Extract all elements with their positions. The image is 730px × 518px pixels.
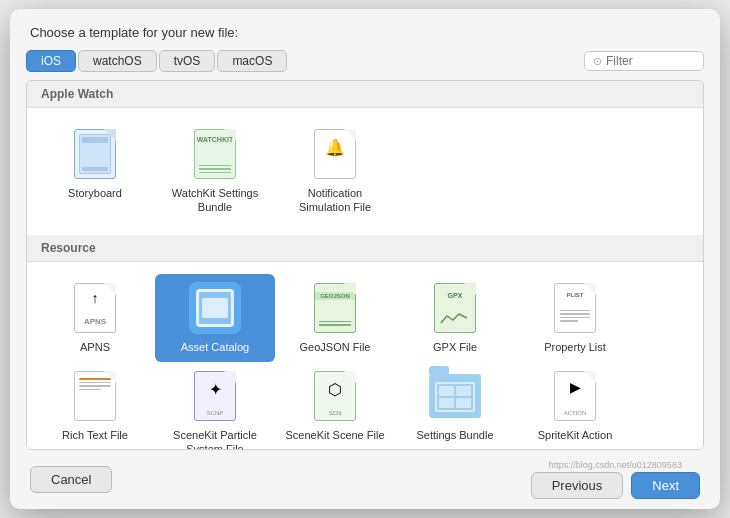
previous-button[interactable]: Previous: [531, 472, 624, 499]
asset-catalog-label: Asset Catalog: [181, 340, 249, 354]
scn-label: SceneKit Scene File: [285, 428, 384, 442]
item-scn[interactable]: ⬡ SCN SceneKit Scene File: [275, 362, 395, 450]
plist-icon: PLIST: [549, 282, 601, 334]
item-rich-text[interactable]: Rich Text File: [35, 362, 155, 450]
notif-sim-watch-icon: 🔔: [309, 128, 361, 180]
spritekit-action-icon: ▶ ACTION: [549, 370, 601, 422]
gpx-icon: GPX: [429, 282, 481, 334]
cancel-button[interactable]: Cancel: [30, 466, 112, 493]
tab-watchos[interactable]: watchOS: [78, 50, 157, 72]
header-text: Choose a template for your new file:: [30, 25, 238, 40]
item-asset-catalog[interactable]: Asset Catalog: [155, 274, 275, 362]
new-file-dialog: Choose a template for your new file: iOS…: [10, 9, 720, 509]
section-resource: Resource: [27, 235, 703, 262]
filter-input[interactable]: [606, 54, 686, 68]
filter-box: ⊙: [584, 51, 704, 71]
asset-catalog-icon: [189, 282, 241, 334]
plist-label: Property List: [544, 340, 606, 354]
storyboard-icon: [69, 128, 121, 180]
watchkit-label: WatchKit Settings Bundle: [165, 186, 265, 215]
watermark: https://blog.csdn.net/u012809563: [531, 460, 700, 472]
item-apns[interactable]: APNS ↑ APNS: [35, 274, 155, 362]
nav-buttons: https://blog.csdn.net/u012809563 Previou…: [531, 460, 700, 499]
settings-bundle-icon: [429, 370, 481, 422]
item-scnp[interactable]: ✦ SCNP SceneKit Particle System File: [155, 362, 275, 450]
item-notif-sim-watch[interactable]: 🔔 Notification Simulation File: [275, 120, 395, 223]
settings-bundle-label: Settings Bundle: [416, 428, 493, 442]
resource-grid: APNS ↑ APNS Asset Cata: [27, 262, 703, 450]
notif-sim-watch-label: Notification Simulation File: [285, 186, 385, 215]
scnp-icon: ✦ SCNP: [189, 370, 241, 422]
item-geojson[interactable]: GEOJSON GeoJSON File: [275, 274, 395, 362]
item-gpx[interactable]: GPX GPX File: [395, 274, 515, 362]
item-watchkit[interactable]: WATCHKIT WatchKit Settings Bundle: [155, 120, 275, 223]
gpx-label: GPX File: [433, 340, 477, 354]
geojson-label: GeoJSON File: [300, 340, 371, 354]
rich-text-label: Rich Text File: [62, 428, 128, 442]
geojson-icon: GEOJSON: [309, 282, 361, 334]
filter-icon: ⊙: [593, 55, 602, 68]
rich-text-icon: [69, 370, 121, 422]
item-spritekit-action[interactable]: ▶ ACTION SpriteKit Action: [515, 362, 635, 450]
item-plist[interactable]: PLIST Property List: [515, 274, 635, 362]
dialog-footer: Cancel https://blog.csdn.net/u012809563 …: [10, 450, 720, 509]
content-area: Apple Watch Storyboard: [26, 80, 704, 450]
apns-label: APNS: [80, 340, 110, 354]
tab-tvos[interactable]: tvOS: [159, 50, 216, 72]
dialog-header: Choose a template for your new file:: [10, 9, 720, 50]
item-settings-bundle[interactable]: Settings Bundle: [395, 362, 515, 450]
watchkit-icon: WATCHKIT: [189, 128, 241, 180]
tab-macos[interactable]: macOS: [217, 50, 287, 72]
apns-icon: APNS ↑: [69, 282, 121, 334]
scn-icon: ⬡ SCN: [309, 370, 361, 422]
section-apple-watch: Apple Watch: [27, 81, 703, 108]
scnp-label: SceneKit Particle System File: [165, 428, 265, 450]
spritekit-action-label: SpriteKit Action: [538, 428, 613, 442]
tabs-bar: iOS watchOS tvOS macOS ⊙: [10, 50, 720, 80]
tab-ios[interactable]: iOS: [26, 50, 76, 72]
next-button[interactable]: Next: [631, 472, 700, 499]
apple-watch-grid: Storyboard WATCHKIT: [27, 108, 703, 235]
storyboard-label: Storyboard: [68, 186, 122, 200]
item-storyboard[interactable]: Storyboard: [35, 120, 155, 223]
